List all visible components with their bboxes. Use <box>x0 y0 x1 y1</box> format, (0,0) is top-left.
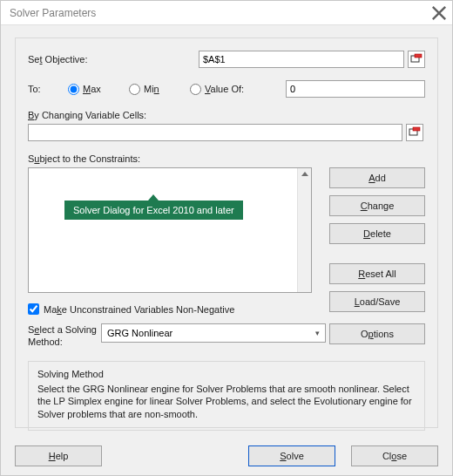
unconstrained-nonneg-label: Make Unconstrained Variables Non-Negativ… <box>44 304 234 315</box>
method-value: GRG Nonlinear <box>107 328 172 338</box>
info-text: Select the GRG Nonlinear engine for Solv… <box>37 383 416 422</box>
bottom-buttons: Help Solve Close <box>15 445 438 466</box>
window-title: Solver Parameters <box>10 7 96 19</box>
help-button[interactable]: Help <box>15 445 102 466</box>
constraint-buttons: Add Change Delete Reset All Load/Save <box>329 167 425 312</box>
radio-valueof[interactable]: Value Of: <box>190 84 265 95</box>
dialog-body: Set Objective: To: Max Min Value Of: By … <box>1 25 452 475</box>
load-save-button[interactable]: Load/Save <box>329 291 425 312</box>
set-objective-label: Set Objective: <box>28 54 199 65</box>
main-group: Set Objective: To: Max Min Value Of: By … <box>15 37 438 428</box>
changing-cells-input[interactable] <box>28 124 402 141</box>
add-button[interactable]: Add <box>329 167 425 188</box>
unconstrained-nonneg-checkbox[interactable] <box>28 303 39 315</box>
constraints-label: Subject to the Constraints: <box>28 153 425 164</box>
objective-input[interactable] <box>199 51 404 68</box>
to-label: To: <box>28 84 68 94</box>
scrollbar[interactable] <box>297 168 311 292</box>
titlebar: Solver Parameters <box>1 1 452 25</box>
changing-cells-label: By Changing Variable Cells: <box>28 110 425 120</box>
close-button[interactable]: Close <box>351 445 438 466</box>
change-button[interactable]: Change <box>329 195 425 216</box>
options-button[interactable]: Options <box>329 323 425 344</box>
method-select[interactable]: GRG Nonlinear ▾ <box>101 323 326 343</box>
valueof-input[interactable] <box>286 80 425 98</box>
solving-method-info: Solving Method Select the GRG Nonlinear … <box>28 361 425 432</box>
radio-max[interactable]: Max <box>68 84 129 95</box>
range-picker-icon[interactable] <box>408 51 425 68</box>
delete-button[interactable]: Delete <box>329 223 425 244</box>
close-icon[interactable] <box>431 5 447 21</box>
radio-min[interactable]: Min <box>129 84 190 95</box>
constraints-list[interactable] <box>28 167 312 293</box>
chevron-down-icon: ▾ <box>315 329 320 337</box>
info-title: Solving Method <box>37 369 416 379</box>
svg-rect-5 <box>413 127 420 131</box>
solver-dialog: Solver Parameters Set Objective: To: Max… <box>0 0 453 476</box>
callout-tooltip: Solver Dialog for Excel 2010 and later <box>64 201 243 220</box>
range-picker-icon[interactable] <box>406 124 423 141</box>
method-label: Select a SolvingMethod: <box>28 323 101 349</box>
svg-rect-3 <box>415 54 422 58</box>
solve-button[interactable]: Solve <box>248 445 335 466</box>
reset-all-button[interactable]: Reset All <box>329 263 425 284</box>
